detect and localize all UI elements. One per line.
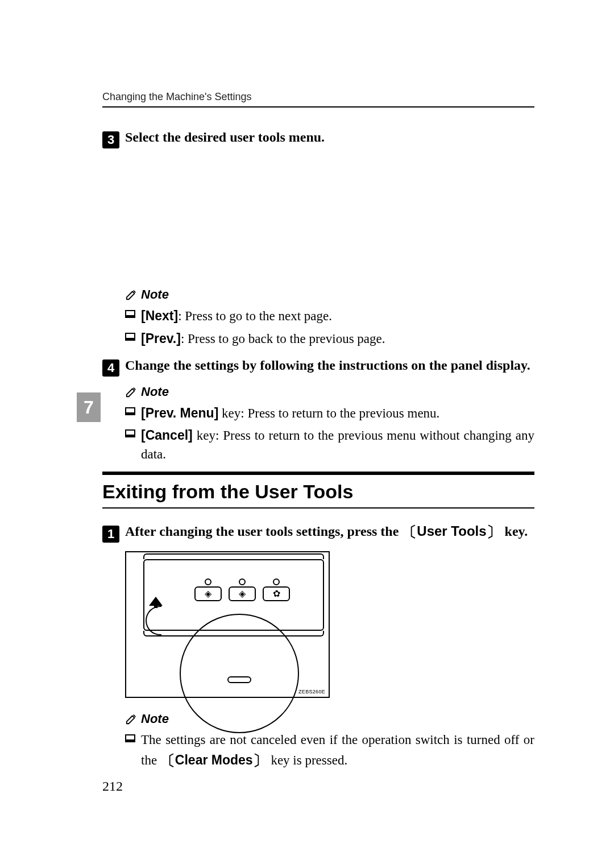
key-label: Clear Modes: [175, 753, 253, 767]
note-label: Note: [141, 385, 169, 399]
note-block: Note [Next]: Press to go to the next pag…: [125, 287, 534, 348]
note-block: Note [Prev. Menu] key: Press to return t…: [125, 385, 534, 464]
svg-rect-10: [126, 739, 135, 742]
step-1: 1 After changing the user tools settings…: [102, 521, 534, 541]
step-text: After changing the user tools settings, …: [125, 521, 528, 541]
key-name: [Cancel]: [141, 428, 193, 443]
open-bracket-icon: 〔: [402, 523, 417, 540]
bullet-icon: [125, 310, 135, 320]
svg-rect-3: [126, 338, 135, 340]
note-label: Note: [141, 712, 169, 726]
pencil-icon: [125, 386, 138, 398]
note-block: Note The settings are not canceled even …: [125, 712, 534, 770]
note-text: key: Press to return to the previous men…: [141, 428, 534, 461]
step-number-icon: 4: [102, 359, 119, 377]
bullet-icon: [125, 429, 135, 440]
note-text: key: Press to return to the previous men…: [218, 406, 439, 420]
note-label: Note: [141, 287, 169, 302]
close-bracket-icon: 〕: [487, 523, 501, 540]
note-item: [Prev.]: Press to go back to the previou…: [125, 329, 534, 348]
note-item: The settings are not canceled even if th…: [125, 731, 534, 770]
note-text: : Press to go back to the previous page.: [181, 332, 385, 346]
bullet-icon: [125, 407, 135, 418]
running-head: Changing the Machine's Settings: [102, 91, 534, 108]
pencil-icon: [125, 713, 138, 725]
key-name: [Prev. Menu]: [141, 406, 218, 420]
step-3: 3 Select the desired user tools menu.: [102, 128, 534, 146]
step-number-icon: 3: [102, 131, 119, 148]
note-item: [Cancel] key: Press to return to the pre…: [125, 426, 534, 463]
note-heading: Note: [125, 385, 534, 399]
svg-rect-5: [126, 412, 135, 415]
note-text: : Press to go to the next page.: [178, 309, 332, 323]
note-text-post: key is pressed.: [268, 753, 348, 767]
note-heading: Note: [125, 287, 534, 302]
step-text-post: key.: [501, 524, 528, 539]
step-text: Change the settings by following the ins…: [125, 356, 530, 374]
figure: ◈ ◈ ✿ ZEBS260E: [125, 551, 534, 698]
panel-key-icon: ◈: [194, 586, 222, 601]
panel-key-icon: ◈: [229, 586, 256, 601]
svg-rect-7: [126, 435, 135, 437]
section-heading: Exiting from the User Tools: [102, 475, 534, 509]
step-text: Select the desired user tools menu.: [125, 128, 325, 146]
round-panel-icon: [180, 614, 299, 733]
panel-key-icon: ✿: [263, 586, 290, 601]
close-bracket-icon: 〕: [253, 752, 268, 769]
key-label: User Tools: [417, 523, 486, 539]
step-4: 4 Change the settings by following the i…: [102, 356, 534, 374]
note-item: [Prev. Menu] key: Press to return to the…: [125, 404, 534, 423]
figure-code: ZEBS260E: [298, 689, 325, 695]
key-name: [Next]: [141, 308, 178, 323]
pencil-icon: [125, 288, 138, 301]
bullet-icon: [125, 734, 135, 745]
open-bracket-icon: 〔: [160, 752, 175, 769]
note-item: [Next]: Press to go to the next page.: [125, 307, 534, 325]
svg-rect-1: [126, 315, 135, 317]
screenshot-placeholder: [102, 156, 534, 287]
key-name: [Prev.]: [141, 331, 181, 346]
bullet-icon: [125, 333, 135, 343]
page-number: 212: [102, 779, 123, 794]
note-heading: Note: [125, 712, 534, 726]
chapter-tab: 7: [77, 392, 101, 422]
step-number-icon: 1: [102, 526, 119, 543]
step-text-pre: After changing the user tools settings, …: [125, 524, 402, 539]
